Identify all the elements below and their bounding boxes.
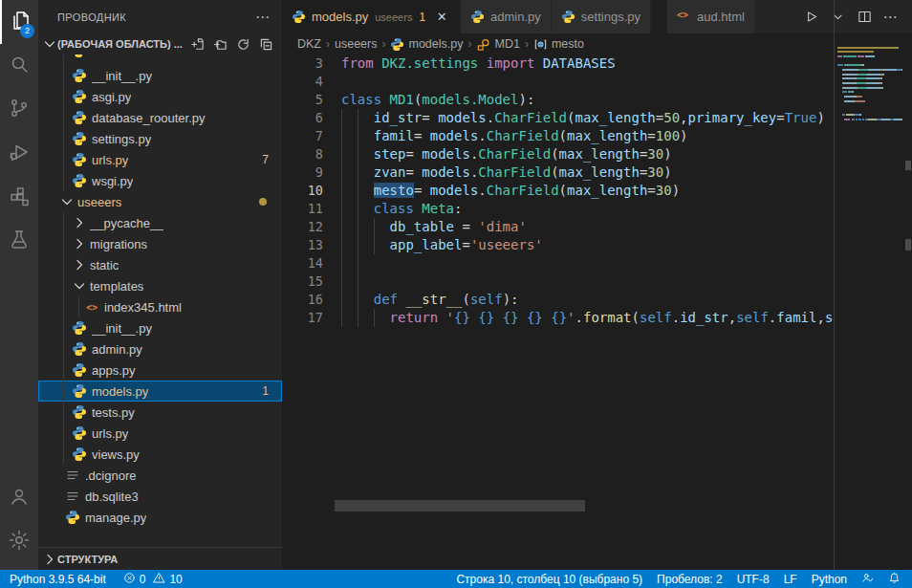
tree-file-urls-py[interactable]: urls.py (38, 423, 282, 444)
tree-folder-templates[interactable]: templates (38, 275, 282, 296)
line-number[interactable]: 15 (282, 272, 323, 291)
indent-guide (341, 272, 342, 291)
tree-file--init-py[interactable]: __init__.py (38, 317, 282, 338)
tree-file-models-py[interactable]: models.py1 (38, 381, 282, 402)
new-file-icon[interactable] (188, 35, 206, 53)
tree-folder-useeers[interactable]: useeers (38, 191, 282, 212)
tree-folder-static[interactable]: static (38, 254, 282, 275)
tab-admin-py[interactable]: admin.py (461, 0, 552, 33)
indent-guide (341, 236, 342, 254)
tab-aud-html[interactable]: <>aud.html (667, 0, 755, 33)
tree-item-label: __init__.py (92, 69, 152, 83)
tree-indent-guide (63, 212, 64, 233)
workspace-section-header[interactable]: (РАБОЧАЯ ОБЛАСТЬ) ... (38, 33, 282, 54)
tree-folder--pycache-[interactable]: __pycache__ (38, 212, 282, 233)
tree-file-index345-html[interactable]: <>index345.html (38, 296, 282, 317)
activity-item-accounts[interactable] (0, 476, 38, 520)
more-actions-icon[interactable]: ⋯ (255, 9, 271, 26)
split-editor-icon[interactable] (853, 6, 876, 29)
activity-item-source-control[interactable] (0, 88, 38, 132)
breadcrumb-item-mesto[interactable]: mesto (533, 37, 584, 52)
status-indentation[interactable]: Пробелов: 2 (657, 573, 723, 586)
line-number[interactable]: 6 (282, 109, 323, 127)
status-python-interpreter[interactable]: Python 3.9.5 64-bit (10, 573, 106, 586)
run-icon[interactable] (799, 6, 822, 29)
refresh-icon[interactable] (234, 35, 251, 53)
line-number[interactable]: 3 (282, 54, 323, 73)
status-eol[interactable]: LF (784, 573, 797, 586)
tree-file-asgi-py[interactable]: asgi.py (38, 86, 282, 107)
horizontal-scrollbar[interactable] (335, 500, 585, 512)
tree-file--dcignore[interactable]: .dcignore (38, 465, 282, 486)
tree-file-wsgi-py[interactable]: wsgi.py (38, 170, 282, 191)
code-token: = (462, 237, 469, 252)
tree-file-tests-py[interactable]: tests.py (38, 402, 282, 423)
line-number[interactable]: 7 (282, 127, 323, 145)
tree-file-urls-py[interactable]: urls.py7 (38, 149, 282, 170)
tree-file-views-py[interactable]: views.py (38, 444, 282, 465)
status-encoding[interactable]: UTF-8 (737, 573, 770, 586)
code-line-text: class Meta: (341, 200, 462, 218)
code-token: import (487, 55, 535, 71)
minimap-line (837, 104, 902, 107)
minimap-block (901, 69, 902, 71)
file-text-icon (65, 489, 80, 504)
line-number[interactable]: 12 (282, 218, 323, 236)
status-problems[interactable]: 010 (123, 572, 183, 587)
tree-item-label: db.sqlite3 (85, 490, 139, 504)
status-feedback[interactable] (861, 572, 874, 587)
tree-file-apps-py[interactable]: apps.py (38, 359, 282, 381)
activity-item-manage[interactable] (0, 520, 38, 564)
breadcrumb-item-models-py[interactable]: models.py (390, 37, 463, 52)
tree-file-db-sqlite3[interactable]: db.sqlite3 (38, 486, 282, 507)
minimap-line (837, 96, 902, 98)
warning-icon (153, 572, 165, 587)
run-dropdown-icon[interactable] (826, 6, 849, 29)
activity-item-run-and-debug[interactable] (0, 132, 38, 176)
activity-item-extensions[interactable] (0, 176, 38, 220)
outline-section-header[interactable]: СТРУКТУРА (38, 547, 282, 570)
line-number[interactable]: 16 (282, 291, 323, 309)
chevron-right-icon (72, 236, 87, 251)
code-token: ( (559, 128, 567, 143)
line-number[interactable]: 11 (282, 200, 323, 218)
breadcrumb-item-dkz[interactable]: DKZ (297, 37, 321, 51)
line-number[interactable]: 4 (282, 73, 323, 91)
tree-file-indexlement[interactable]: indexlement (38, 54, 282, 65)
breadcrumb-item-useeers[interactable]: useeers (335, 37, 377, 51)
code-token: ): (518, 92, 534, 107)
tree-file-settings-py[interactable]: settings.py (38, 128, 282, 149)
line-number[interactable]: 5 (282, 91, 323, 109)
new-folder-icon[interactable] (211, 35, 228, 53)
line-number[interactable]: 13 (282, 236, 323, 254)
tab-settings-py[interactable]: settings.py (552, 0, 651, 33)
tree-file--init-py[interactable]: __init__.py (38, 65, 282, 86)
breadcrumb-label: models.py (408, 37, 463, 51)
line-number[interactable]: 9 (282, 163, 323, 182)
line-number[interactable]: 17 (282, 309, 323, 327)
status-cursor-position[interactable]: Строка 10, столбец 10 (выбрано 5) (456, 573, 642, 586)
more-actions-icon[interactable]: ⋯ (879, 6, 902, 29)
close-icon[interactable]: ✕ (433, 10, 450, 24)
tree-file-database-roouter-py[interactable]: database_roouter.py (38, 107, 282, 128)
code-token: ' (446, 310, 454, 325)
tree-file-admin-py[interactable]: admin.py (38, 338, 282, 359)
indent-guide (374, 309, 375, 327)
code-token: zvan (374, 164, 406, 180)
collapse-all-icon[interactable] (257, 35, 274, 53)
editor-actions: ⋯ (799, 0, 912, 33)
activity-item-search[interactable] (0, 44, 38, 88)
activity-item-testing[interactable] (0, 220, 38, 264)
tab-models-py[interactable]: models.pyuseeers1✕ (282, 0, 461, 33)
line-number[interactable]: 8 (282, 145, 323, 163)
line-number[interactable]: 10 (282, 182, 323, 200)
code-editor[interactable]: 3from DKZ.settings import DATABASES45cla… (282, 54, 834, 570)
status-notifications[interactable] (888, 572, 901, 587)
tree-file-manage-py[interactable]: manage.py (38, 507, 282, 528)
line-number[interactable]: 14 (282, 254, 323, 272)
minimap[interactable] (837, 46, 902, 122)
tree-folder-migrations[interactable]: migrations (38, 233, 282, 254)
status-language-mode[interactable]: Python (812, 573, 847, 586)
activity-item-explorer[interactable]: 2 (0, 0, 38, 44)
breadcrumb-item-md1[interactable]: MD1 (476, 37, 519, 52)
